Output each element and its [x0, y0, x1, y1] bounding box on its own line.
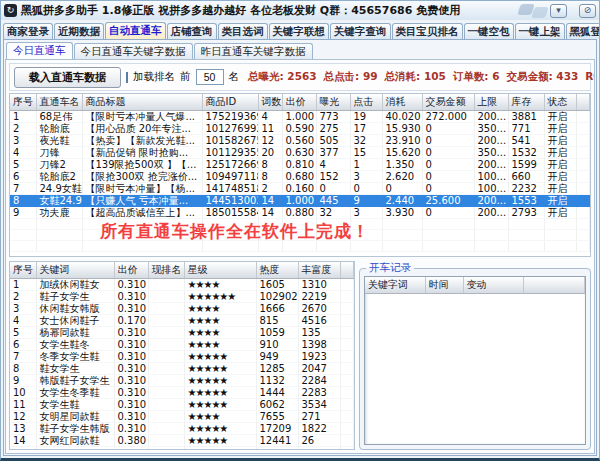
column-header-filler — [523, 277, 585, 294]
column-header-filler — [576, 94, 590, 111]
rank-prefix-label: 前 — [180, 70, 191, 84]
app-icon: ↻ — [4, 4, 17, 17]
rank-count-input[interactable] — [196, 69, 224, 85]
today-zhitongche-page: 载入直通车数据 加载排名 前 名 总曝光: 2563总点击: 99总消耗: 10… — [5, 59, 595, 454]
empty-row — [10, 230, 590, 241]
load-rank-checkbox[interactable] — [126, 72, 128, 83]
empty-row — [10, 447, 354, 451]
column-header-2[interactable]: 变动 — [463, 277, 523, 294]
table-row[interactable]: 7冬季女学生鞋0.310★★★★★9491923 — [10, 351, 354, 363]
column-header-4[interactable]: 词数 — [258, 94, 282, 111]
table-row[interactable]: 168足伟【限时亏本冲量人气爆...17521936941.0007731940… — [10, 111, 590, 123]
rank-suffix-label: 名 — [229, 70, 240, 84]
table-row[interactable]: 8鞋女学生0.310★★★★★12852047 — [10, 363, 354, 375]
table-row[interactable]: 12女明星同款鞋0.310★★★★7655271 — [10, 411, 354, 423]
campaign-table-container: 序号直通车名商品标题商品ID词数出价曝光点击消耗交易金额上限库存状态168足伟【… — [9, 93, 591, 257]
column-header-6[interactable]: 丰富度 — [298, 262, 340, 279]
drive-record-group: 开车记录 关键字词时间变动 — [359, 261, 591, 450]
stat-交易金额: 交易金额: 433 — [507, 70, 579, 82]
main-tab-4[interactable]: 类目选词 — [218, 23, 268, 39]
table-row[interactable]: 5杨幂同款鞋0.310★★★★1059135 — [10, 327, 354, 339]
main-tab-0[interactable]: 商家登录 — [3, 23, 53, 39]
minimize-menu-button[interactable]: ▾ — [550, 4, 567, 18]
table-row[interactable]: 2鞋子女学生0.310★★★★★★1029022219 — [10, 291, 354, 303]
main-tab-3[interactable]: 店铺查询 — [167, 23, 217, 39]
column-header-10[interactable]: 上限 — [474, 94, 508, 111]
table-row[interactable]: 1加绒休闲鞋女0.310★★★★16051310 — [10, 279, 354, 291]
campaign-table: 序号直通车名商品标题商品ID词数出价曝光点击消耗交易金额上限库存状态168足伟【… — [10, 94, 590, 252]
stat-总点击: 总点击: 99 — [324, 70, 378, 82]
column-header-2[interactable]: 商品标题 — [82, 94, 202, 111]
column-header-7[interactable]: 点击 — [350, 94, 382, 111]
keyword-table-container: 序号关键词出价现排名星级热度丰富度1加绒休闲鞋女0.310★★★★1605131… — [9, 261, 355, 450]
main-tab-1[interactable]: 近期数据 — [54, 23, 104, 39]
table-row[interactable]: 14女网红同款鞋0.380★★★★★1244126 — [10, 435, 354, 447]
drive-record-table: 关键字词时间变动 — [365, 277, 585, 294]
main-tab-8[interactable]: 一键空包 — [464, 23, 514, 39]
table-row[interactable]: 8女鞋24.9【只赚人气 亏本冲量...144513002141.0004459… — [10, 195, 590, 207]
column-header-1[interactable]: 直通车名 — [36, 94, 82, 111]
titlebar: ↻ 黑狐拼多多助手 1.8修正版 祝拼多多越办越好 各位老板发财 Q群：4565… — [1, 1, 599, 20]
app-window: ↻ 黑狐拼多多助手 1.8修正版 祝拼多多越办越好 各位老板发财 Q群：4565… — [0, 0, 600, 461]
main-tab-2[interactable]: 自动直通车 — [105, 22, 166, 39]
titlebar-decoration — [531, 7, 549, 18]
column-header-3[interactable]: 商品ID — [202, 94, 258, 111]
stat-ROI比例: ROI比例: 4.09752 — [585, 70, 595, 82]
table-row[interactable]: 2轮胎底【用心品质 20年专注...101276992110.590275171… — [10, 123, 590, 135]
stat-订单数: 订单数: 6 — [453, 70, 500, 82]
table-row[interactable]: 4刀锋【新品促销 限时抢购...101129355200.6303771515.… — [10, 147, 590, 159]
table-row[interactable]: 3休闲鞋女韩版0.310★★★★16662670 — [10, 303, 354, 315]
column-header-0[interactable]: 序号 — [10, 262, 36, 279]
stat-总曝光: 总曝光: 2563 — [248, 70, 317, 82]
toolbar: 载入直通车数据 加载排名 前 名 总曝光: 2563总点击: 99总消耗: 10… — [9, 63, 591, 91]
column-header-8[interactable]: 消耗 — [382, 94, 422, 111]
column-header-11[interactable]: 库存 — [508, 94, 544, 111]
sub-tab-2[interactable]: 昨日直通车关键字数据 — [194, 43, 313, 59]
table-row[interactable]: 9功夫鹿【超高品质诚信至上】...185015584140.8803233.93… — [10, 207, 590, 219]
table-row[interactable]: 11女学生鞋0.310★★★★★60623534 — [10, 399, 354, 411]
stat-总消耗: 总消耗: 105 — [385, 70, 446, 82]
main-tab-6[interactable]: 关键字查询 — [330, 23, 391, 39]
load-rank-label: 加载排名 — [133, 70, 175, 84]
table-row[interactable]: 6轮胎底2【限抢300双 抢完涨价...10949711880.68015232… — [10, 171, 590, 183]
sub-tab-1[interactable]: 今日直通车关键字数据 — [74, 43, 193, 59]
table-row[interactable]: 4女士休闲鞋子0.170★★★★8154516 — [10, 315, 354, 327]
table-row[interactable]: 13鞋子女学生韩版0.310★★★★★172091822 — [10, 423, 354, 435]
auto-zhitongche-tabpage: 今日直通车今日直通车关键字数据昨日直通车关键字数据 载入直通车数据 加载排名 前… — [3, 39, 597, 456]
table-row[interactable]: 3夜光鞋【热卖】【新款发光鞋...101582675120.5605053223… — [10, 135, 590, 147]
table-row[interactable]: 6女学生鞋冬0.310★★★★9101398 — [10, 339, 354, 351]
column-header-2[interactable]: 出价 — [114, 262, 148, 279]
table-row[interactable]: 724.9女鞋2【限时亏本冲量】【杨...14174851820.1600000… — [10, 183, 590, 195]
column-header-4[interactable]: 星级 — [184, 262, 256, 279]
column-header-filler — [340, 262, 354, 279]
summary-stats: 总曝光: 2563总点击: 99总消耗: 105订单数: 6交易金额: 433R… — [248, 70, 595, 84]
main-tab-9[interactable]: 一键上架 — [515, 23, 565, 39]
close-button[interactable]: ⊘ — [579, 4, 596, 18]
column-header-5[interactable]: 出价 — [282, 94, 316, 111]
load-zhitongche-data-button[interactable]: 载入直通车数据 — [14, 67, 121, 88]
column-header-0[interactable]: 关键字词 — [365, 277, 425, 294]
column-header-0[interactable]: 序号 — [10, 94, 36, 111]
main-tab-bar: 商家登录近期数据自动直通车店铺查询类目选词关键字联想关键字查询类目宝贝排名一键空… — [1, 20, 599, 39]
main-tab-5[interactable]: 关键字联想 — [269, 23, 330, 39]
keyword-table: 序号关键词出价现排名星级热度丰富度1加绒休闲鞋女0.310★★★★1605131… — [10, 262, 354, 450]
drive-record-title: 开车记录 — [366, 261, 414, 275]
empty-row — [10, 241, 590, 252]
table-row[interactable]: 9韩版鞋子女学生0.310★★★★★11322284 — [10, 375, 354, 387]
column-header-9[interactable]: 交易金额 — [422, 94, 474, 111]
column-header-3[interactable]: 现排名 — [148, 262, 184, 279]
column-header-1[interactable]: 时间 — [425, 277, 463, 294]
table-row[interactable]: 10女学生冬季鞋0.310★★★★★14442283 — [10, 387, 354, 399]
main-tab-7[interactable]: 类目宝贝排名 — [392, 23, 463, 39]
sub-tab-bar: 今日直通车今日直通车关键字数据昨日直通车关键字数据 — [4, 40, 596, 59]
drive-record-list: 关键字词时间变动 — [364, 276, 586, 445]
column-header-12[interactable]: 状态 — [544, 94, 576, 111]
column-header-1[interactable]: 关键词 — [36, 262, 114, 279]
table-row[interactable]: 5刀锋2【139限抢500双 】【...12517266980.810411.3… — [10, 159, 590, 171]
column-header-6[interactable]: 曝光 — [316, 94, 350, 111]
window-title: 黑狐拼多多助手 1.8修正版 祝拼多多越办越好 各位老板发财 Q群：456576… — [21, 3, 460, 18]
bottom-section: 序号关键词出价现排名星级热度丰富度1加绒休闲鞋女0.310★★★★1605131… — [9, 261, 591, 450]
sub-tab-0[interactable]: 今日直通车 — [6, 42, 73, 59]
main-tab-10[interactable]: 黑狐登录 — [566, 23, 600, 39]
column-header-5[interactable]: 热度 — [256, 262, 298, 279]
